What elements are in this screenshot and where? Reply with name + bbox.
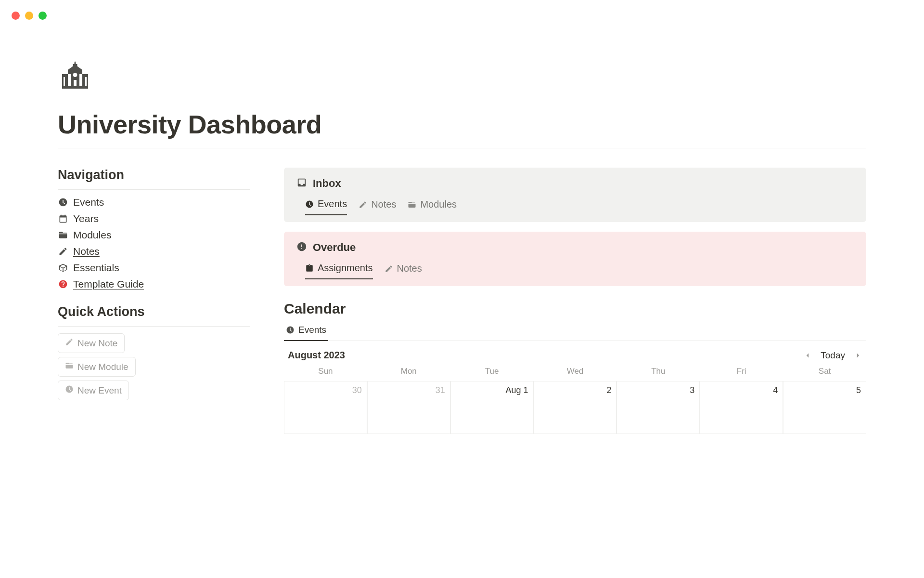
tab-label: Events bbox=[298, 325, 326, 335]
day-header: Fri bbox=[700, 367, 783, 381]
tab-label: Modules bbox=[420, 199, 457, 210]
nav-list: Events Years Modules bbox=[58, 197, 250, 290]
overdue-title: Overdue bbox=[313, 241, 356, 254]
inbox-tabs: Events Notes Modules bbox=[296, 196, 854, 215]
inbox-title: Inbox bbox=[313, 177, 341, 190]
nav-item-label: Template Guide bbox=[73, 278, 144, 290]
calendar-grid: Sun Mon Tue Wed Thu Fri Sat 30 31 Aug 1 … bbox=[284, 367, 866, 434]
tab-label: Assignments bbox=[318, 263, 373, 274]
quick-action-label: New Event bbox=[77, 385, 122, 396]
navigation-heading: Navigation bbox=[58, 168, 250, 183]
calendar-heading: Calendar bbox=[284, 301, 866, 317]
divider bbox=[58, 148, 866, 148]
calendar-icon bbox=[58, 213, 68, 224]
calendar-toolbar: August 2023 Today bbox=[284, 350, 866, 361]
tab-events[interactable]: Events bbox=[305, 196, 347, 215]
inbox-icon bbox=[296, 177, 307, 190]
school-icon bbox=[58, 58, 866, 95]
tab-label: Events bbox=[318, 198, 347, 210]
calendar-cell[interactable]: 30 bbox=[284, 381, 367, 434]
nav-item-label: Modules bbox=[73, 229, 111, 241]
nav-item-notes[interactable]: Notes bbox=[58, 246, 250, 257]
new-event-button[interactable]: New Event bbox=[58, 381, 129, 400]
calendar-cell[interactable]: 5 bbox=[783, 381, 866, 434]
calendar-cell[interactable]: Aug 1 bbox=[450, 381, 534, 434]
pencil-icon bbox=[65, 338, 74, 349]
new-note-button[interactable]: New Note bbox=[58, 333, 125, 353]
clock-icon bbox=[58, 197, 68, 208]
day-header: Thu bbox=[616, 367, 700, 381]
calendar-tabs: Events bbox=[284, 322, 866, 341]
calendar-cell[interactable]: 31 bbox=[367, 381, 450, 434]
day-header: Sat bbox=[783, 367, 866, 381]
divider bbox=[58, 326, 250, 327]
tab-modules[interactable]: Modules bbox=[408, 196, 457, 215]
calendar-cell[interactable]: 2 bbox=[534, 381, 617, 434]
tab-notes[interactable]: Notes bbox=[359, 196, 396, 215]
chevron-left-icon[interactable] bbox=[803, 351, 812, 360]
overdue-tabs: Assignments Notes bbox=[296, 260, 854, 279]
folder-icon bbox=[65, 361, 74, 372]
divider bbox=[58, 189, 250, 190]
question-icon bbox=[58, 279, 68, 289]
window-minimize-dot[interactable] bbox=[25, 12, 33, 20]
tab-label: Notes bbox=[397, 263, 422, 274]
tab-events[interactable]: Events bbox=[284, 322, 328, 341]
alert-icon bbox=[296, 241, 307, 254]
quick-actions-list: New Note New Module New Event bbox=[58, 333, 250, 400]
overdue-panel: Overdue Assignments Notes bbox=[284, 232, 866, 286]
calendar-cell[interactable]: 4 bbox=[700, 381, 783, 434]
folder-icon bbox=[58, 230, 68, 240]
quick-action-label: New Note bbox=[77, 338, 117, 349]
clock-icon bbox=[65, 385, 74, 396]
box-icon bbox=[58, 263, 68, 273]
window-close-dot[interactable] bbox=[12, 12, 20, 20]
nav-item-label: Notes bbox=[73, 246, 100, 257]
day-header: Sun bbox=[284, 367, 367, 381]
nav-item-label: Essentials bbox=[73, 262, 119, 274]
quick-actions-heading: Quick Actions bbox=[58, 304, 250, 319]
nav-item-modules[interactable]: Modules bbox=[58, 229, 250, 241]
new-module-button[interactable]: New Module bbox=[58, 357, 136, 377]
chevron-right-icon[interactable] bbox=[854, 351, 862, 360]
nav-item-essentials[interactable]: Essentials bbox=[58, 262, 250, 274]
day-header: Tue bbox=[450, 367, 534, 381]
nav-item-template-guide[interactable]: Template Guide bbox=[58, 278, 250, 290]
nav-item-label: Years bbox=[73, 213, 99, 224]
tab-assignments[interactable]: Assignments bbox=[305, 260, 373, 279]
nav-item-events[interactable]: Events bbox=[58, 197, 250, 208]
tab-label: Notes bbox=[371, 199, 396, 210]
page-title: University Dashboard bbox=[58, 109, 866, 139]
window-fullscreen-dot[interactable] bbox=[38, 12, 47, 20]
tab-notes[interactable]: Notes bbox=[385, 260, 422, 279]
nav-item-years[interactable]: Years bbox=[58, 213, 250, 224]
day-header: Mon bbox=[367, 367, 450, 381]
nav-item-label: Events bbox=[73, 197, 104, 208]
window-controls bbox=[0, 0, 924, 20]
quick-action-label: New Module bbox=[77, 362, 128, 372]
calendar-cell[interactable]: 3 bbox=[616, 381, 700, 434]
pencil-icon bbox=[58, 246, 68, 257]
inbox-panel: Inbox Events Notes Modules bbox=[284, 168, 866, 222]
today-button[interactable]: Today bbox=[821, 350, 845, 361]
calendar-month-label: August 2023 bbox=[288, 350, 345, 361]
day-header: Wed bbox=[534, 367, 617, 381]
